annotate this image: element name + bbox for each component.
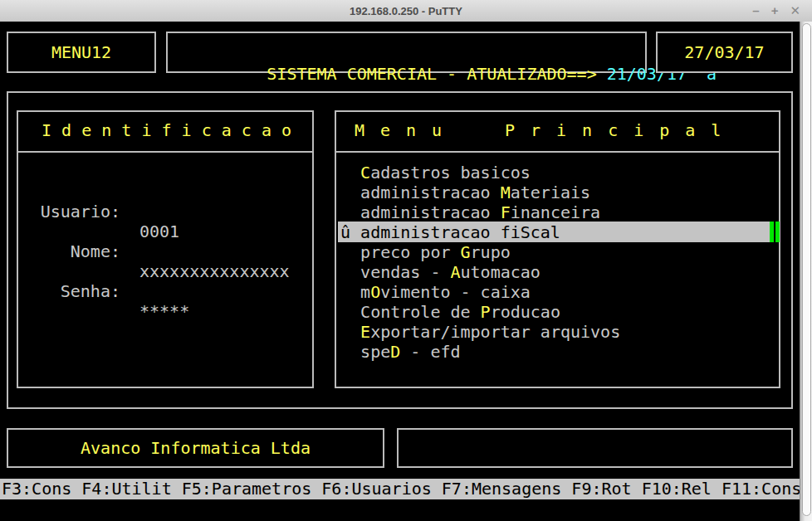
menu-item[interactable]: Cadastros basicos bbox=[340, 163, 531, 183]
menu-title-word-menu: Menu bbox=[355, 120, 457, 140]
current-date-box: 27/03/17 bbox=[656, 32, 793, 73]
main-menu-header: Menu Principal bbox=[336, 112, 779, 153]
name-label: Nome: bbox=[40, 241, 120, 261]
identification-panel: I d e n t i f i c a c a o Usuario: 0001 … bbox=[17, 110, 314, 388]
scrollbar-thumb[interactable] bbox=[802, 23, 811, 516]
cursor-green-block bbox=[770, 222, 774, 242]
terminal-scrollbar[interactable] bbox=[800, 22, 812, 521]
menu-item[interactable]: speD - efd bbox=[340, 342, 461, 362]
close-button[interactable]: ✕ bbox=[790, 0, 800, 22]
password-field-row: Senha: ***** bbox=[18, 261, 98, 281]
maximize-button[interactable]: + bbox=[771, 0, 779, 22]
menu-item[interactable]: administracao Materiais bbox=[340, 183, 590, 202]
menu-item[interactable]: preco por Grupo bbox=[340, 242, 511, 262]
cursor-green-block bbox=[775, 222, 780, 242]
company-box: Avanco Informatica Ltda bbox=[7, 428, 384, 468]
menu-item[interactable]: û administracao fiScal bbox=[340, 222, 560, 242]
menu-item[interactable]: administracao Financeira bbox=[340, 202, 600, 222]
main-menu-panel: Menu Principal Cadastros basicos adminis… bbox=[335, 110, 780, 388]
function-key-bar: F3:Cons F4:Utilit F5:Parametros F6:Usuar… bbox=[0, 479, 800, 499]
terminal-screen[interactable]: MENU12 SISTEMA COMERCIAL - ATUALIZADO==>… bbox=[0, 22, 800, 521]
window-titlebar[interactable]: 192.168.0.250 - PuTTY – + ✕ bbox=[0, 0, 812, 22]
user-label: Usuario: bbox=[40, 202, 120, 222]
putty-window: 192.168.0.250 - PuTTY – + ✕ MENU12 SISTE… bbox=[0, 0, 812, 521]
password-input[interactable]: ***** bbox=[139, 301, 189, 321]
password-label: Senha: bbox=[40, 281, 120, 301]
user-field-row: Usuario: 0001 bbox=[18, 182, 98, 202]
current-date: 27/03/17 bbox=[684, 42, 764, 62]
menu-item[interactable]: vendas - Automacao bbox=[340, 262, 541, 282]
menu-item[interactable]: Controle de Producao bbox=[340, 302, 560, 322]
name-field-row: Nome: xxxxxxxxxxxxxxx bbox=[18, 222, 98, 241]
menu-item[interactable]: Exportar/importar arquivos bbox=[340, 322, 620, 342]
user-input[interactable]: 0001 bbox=[139, 222, 179, 241]
minimize-button[interactable]: – bbox=[752, 0, 759, 22]
window-controls: – + ✕ bbox=[752, 0, 800, 22]
menu-code-box: MENU12 bbox=[7, 32, 156, 73]
menu-code: MENU12 bbox=[51, 42, 111, 62]
window-title: 192.168.0.250 - PuTTY bbox=[350, 5, 462, 17]
message-box bbox=[397, 428, 793, 468]
name-input[interactable]: xxxxxxxxxxxxxxx bbox=[139, 261, 290, 281]
menu-item[interactable]: mOvimento - caixa bbox=[340, 282, 531, 302]
system-title: SISTEMA COMERCIAL - ATUALIZADO==> bbox=[267, 64, 596, 84]
identification-title: I d e n t i f i c a c a o bbox=[42, 120, 291, 140]
identification-header: I d e n t i f i c a c a o bbox=[18, 112, 312, 153]
menu-title-word-principal: Principal bbox=[505, 120, 736, 140]
company-name: Avanco Informatica Ltda bbox=[81, 438, 311, 458]
system-title-box: SISTEMA COMERCIAL - ATUALIZADO==>21/03/1… bbox=[166, 32, 647, 73]
